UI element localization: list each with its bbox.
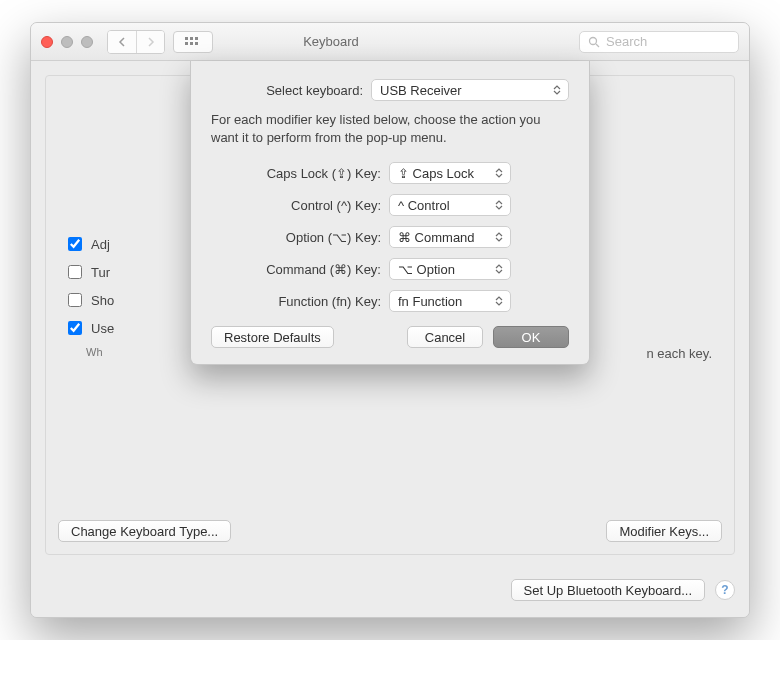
search-icon bbox=[588, 36, 600, 48]
popup-stepper-icon bbox=[550, 85, 564, 95]
cancel-button[interactable]: Cancel bbox=[407, 326, 483, 348]
window-title: Keyboard bbox=[83, 34, 579, 49]
caps-lock-value: ⇪ Caps Lock bbox=[398, 166, 474, 181]
caps-lock-popup[interactable]: ⇪ Caps Lock bbox=[389, 162, 511, 184]
control-label: Control (^) Key: bbox=[211, 198, 389, 213]
checkbox-label: Adj bbox=[91, 237, 110, 252]
sheet-description: For each modifier key listed below, choo… bbox=[211, 111, 569, 146]
close-window-button[interactable] bbox=[41, 36, 53, 48]
select-keyboard-value: USB Receiver bbox=[380, 83, 462, 98]
sub-text: Wh bbox=[86, 346, 103, 361]
command-value: ⌥ Option bbox=[398, 262, 455, 277]
sheet-buttons: Restore Defaults Cancel OK bbox=[211, 326, 569, 348]
command-label: Command (⌘) Key: bbox=[211, 262, 389, 277]
modifier-keys-sheet: Select keyboard: USB Receiver For each m… bbox=[190, 61, 590, 365]
minimize-window-button[interactable] bbox=[61, 36, 73, 48]
option-popup[interactable]: ⌘ Command bbox=[389, 226, 511, 248]
option-label: Option (⌥) Key: bbox=[211, 230, 389, 245]
checkbox[interactable] bbox=[68, 265, 82, 279]
system-preferences-window: Keyboard Search Adj Tur bbox=[30, 22, 750, 618]
function-popup[interactable]: fn Function bbox=[389, 290, 511, 312]
popup-stepper-icon bbox=[492, 232, 506, 242]
select-keyboard-label: Select keyboard: bbox=[211, 83, 371, 98]
restore-defaults-button[interactable]: Restore Defaults bbox=[211, 326, 334, 348]
modifier-keys-button[interactable]: Modifier Keys... bbox=[606, 520, 722, 542]
help-button[interactable]: ? bbox=[715, 580, 735, 600]
search-placeholder: Search bbox=[606, 34, 647, 49]
checkbox[interactable] bbox=[68, 293, 82, 307]
control-value: ^ Control bbox=[398, 198, 450, 213]
change-keyboard-type-button[interactable]: Change Keyboard Type... bbox=[58, 520, 231, 542]
checkbox-label: Sho bbox=[91, 293, 114, 308]
checkbox-label: Tur bbox=[91, 265, 110, 280]
svg-point-6 bbox=[590, 37, 597, 44]
checkbox-label: Use bbox=[91, 321, 114, 336]
select-keyboard-popup[interactable]: USB Receiver bbox=[371, 79, 569, 101]
titlebar: Keyboard Search bbox=[31, 23, 749, 61]
popup-stepper-icon bbox=[492, 168, 506, 178]
popup-stepper-icon bbox=[492, 264, 506, 274]
option-value: ⌘ Command bbox=[398, 230, 475, 245]
search-field[interactable]: Search bbox=[579, 31, 739, 53]
panel-bottom-buttons: Change Keyboard Type... Modifier Keys... bbox=[58, 520, 722, 542]
window-footer: Set Up Bluetooth Keyboard... ? bbox=[31, 569, 749, 617]
popup-stepper-icon bbox=[492, 200, 506, 210]
popup-stepper-icon bbox=[492, 296, 506, 306]
function-label: Function (fn) Key: bbox=[211, 294, 389, 309]
modifier-key-rows: Caps Lock (⇪) Key: ⇪ Caps Lock Control (… bbox=[211, 162, 569, 312]
setup-bluetooth-keyboard-button[interactable]: Set Up Bluetooth Keyboard... bbox=[511, 579, 705, 601]
svg-line-7 bbox=[596, 44, 599, 47]
ok-button[interactable]: OK bbox=[493, 326, 569, 348]
function-value: fn Function bbox=[398, 294, 462, 309]
command-popup[interactable]: ⌥ Option bbox=[389, 258, 511, 280]
checkbox[interactable] bbox=[68, 321, 82, 335]
sub-text-right: n each key. bbox=[646, 346, 712, 361]
control-popup[interactable]: ^ Control bbox=[389, 194, 511, 216]
checkbox[interactable] bbox=[68, 237, 82, 251]
caps-lock-label: Caps Lock (⇪) Key: bbox=[211, 166, 389, 181]
